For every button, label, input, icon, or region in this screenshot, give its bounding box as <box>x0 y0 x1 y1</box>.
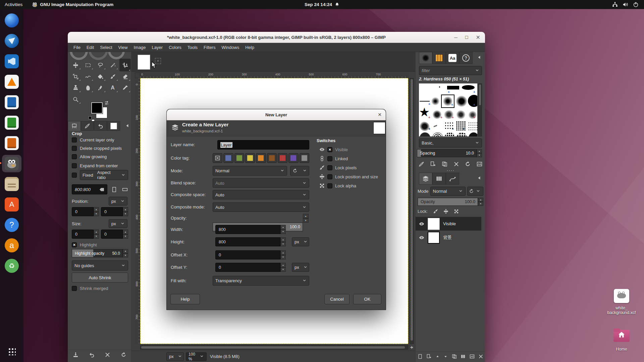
lower-layer-button[interactable] <box>443 354 448 359</box>
default-colors-icon[interactable] <box>89 116 94 121</box>
position-y-spin[interactable]: 0▲▼ <box>101 207 128 216</box>
lock-pixels-button[interactable] <box>433 209 438 214</box>
color-tag-0[interactable] <box>223 153 233 163</box>
offset-x-spin[interactable]: 0▲▼ <box>215 250 286 259</box>
spin-down-icon[interactable]: ▼ <box>94 212 99 217</box>
layer-row-visible[interactable]: Visible <box>416 217 481 231</box>
dock-ubuntu-software[interactable]: A <box>2 196 21 213</box>
checkbox[interactable] <box>327 174 332 179</box>
brush-group-dropdown[interactable]: Basic, <box>419 138 482 147</box>
spin-up-icon[interactable]: ▲ <box>94 207 99 212</box>
maximize-button[interactable]: ☐ <box>465 35 469 40</box>
spin-up-icon[interactable]: ▲ <box>478 198 483 202</box>
checkbox[interactable] <box>72 163 77 168</box>
delete-tool-preset-button[interactable] <box>105 352 110 358</box>
spin-up-icon[interactable]: ▲ <box>94 230 99 234</box>
duplicate-brush-button[interactable] <box>442 161 447 167</box>
option-highlight[interactable]: ✕Highlight <box>72 242 97 248</box>
color-tag-7[interactable] <box>300 153 309 163</box>
tool-smudge[interactable] <box>82 83 94 93</box>
width-spin[interactable]: 800▲▼ <box>215 225 286 234</box>
dock-vscode[interactable] <box>2 53 21 70</box>
foreground-color-swatch[interactable] <box>91 102 103 114</box>
color-tag-4[interactable] <box>267 153 277 163</box>
size-x-spin[interactable]: 0▲▼ <box>72 230 99 239</box>
position-x-spin[interactable]: 0▲▼ <box>72 207 99 216</box>
gimp-titlebar[interactable]: *white_background.xcf-1.0 (RGB color 8-b… <box>68 32 485 43</box>
spacing-slider[interactable]: Spacing 10.0 <box>417 149 477 157</box>
color-tag-2[interactable] <box>245 153 255 163</box>
dock-gimp-active[interactable] <box>2 155 21 172</box>
spin-up-icon[interactable]: ▲ <box>280 225 286 230</box>
position-unit-dropdown[interactable]: px <box>109 197 127 205</box>
spin-up-icon[interactable]: ▲ <box>123 207 128 212</box>
new-brush-button[interactable] <box>430 161 436 167</box>
height-spin[interactable]: 800▲▼ <box>215 237 286 246</box>
size-y-spin[interactable]: 0▲▼ <box>101 230 128 239</box>
offset-y-spin[interactable]: 0▲▼ <box>215 263 286 272</box>
spin-down-icon[interactable]: ▼ <box>123 234 128 239</box>
vertical-scrollbar[interactable] <box>410 78 414 344</box>
spin-up-icon[interactable]: ▲ <box>280 263 286 267</box>
navigation-preview-button[interactable] <box>410 345 414 350</box>
refresh-brushes-button[interactable] <box>465 161 471 167</box>
auto-shrink-button[interactable]: Auto Shrink <box>72 273 128 283</box>
spin-down-icon[interactable]: ▼ <box>280 242 286 247</box>
checkbox[interactable] <box>72 137 77 142</box>
system-status-area[interactable] <box>609 0 642 9</box>
option-delete-cropped-pixels[interactable]: Delete cropped pixels <box>72 145 122 151</box>
delete-layer-button[interactable] <box>478 354 483 359</box>
tool-move[interactable] <box>70 60 81 70</box>
offset-unit-dropdown[interactable]: px <box>292 263 309 272</box>
layer-row-background[interactable]: 背景 <box>416 231 481 244</box>
merge-layer-button[interactable] <box>461 354 466 359</box>
layer-name-input[interactable]: Layer <box>217 140 309 149</box>
mode-dropdown[interactable]: Normal <box>213 166 287 176</box>
size-unit-dropdown[interactable]: px <box>292 237 309 246</box>
tool-transform[interactable] <box>70 71 81 81</box>
fill-with-dropdown[interactable]: Transparency <box>213 276 309 286</box>
switch-lock-alpha[interactable]: Lock alpha <box>319 182 356 189</box>
edit-brush-button[interactable] <box>419 161 424 167</box>
open-brush-as-image-button[interactable] <box>477 161 482 167</box>
menu-edit[interactable]: Edit <box>84 43 97 52</box>
desktop-file-label[interactable]: white_ background.xcf <box>601 306 642 315</box>
new-layer-button[interactable] <box>418 354 423 359</box>
tab-patterns[interactable] <box>432 52 446 64</box>
raise-layer-button[interactable] <box>435 354 440 359</box>
dock-firefox[interactable] <box>2 12 21 29</box>
dock-amazon[interactable]: a <box>2 237 21 254</box>
aspect-ratio-input[interactable]: 800:800 <box>72 184 107 194</box>
tool-crop[interactable] <box>119 59 131 71</box>
mode-switch-button[interactable] <box>467 187 483 196</box>
checkbox[interactable] <box>72 173 77 178</box>
lock-alpha-button[interactable] <box>454 209 459 214</box>
tab-fonts[interactable]: Aa <box>446 52 459 64</box>
option-allow-growing[interactable]: Allow growing <box>72 154 107 160</box>
color-tag-3[interactable] <box>256 153 266 163</box>
spin-down-icon[interactable]: ▼ <box>123 212 128 217</box>
checkbox[interactable] <box>72 154 77 159</box>
dialog-close-button[interactable]: ✕ <box>378 112 382 117</box>
brush-grid-scrollbar[interactable] <box>478 83 482 136</box>
tool-eraser[interactable] <box>119 71 131 81</box>
tool-clone[interactable] <box>70 83 81 93</box>
image-tab-thumbnail[interactable] <box>138 55 150 70</box>
tab-channels[interactable] <box>432 173 446 185</box>
menu-image[interactable]: Image <box>130 43 149 52</box>
checkbox[interactable]: ✕ <box>327 147 332 152</box>
fixed-dropdown[interactable]: FixedAspect ratio <box>80 170 128 180</box>
horizontal-scrollbar[interactable] <box>140 345 408 350</box>
tool-text[interactable]: A <box>107 83 118 93</box>
desktop-home-folder[interactable] <box>613 328 630 342</box>
dock-libreoffice-impress[interactable] <box>2 134 21 152</box>
color-tag-6[interactable] <box>288 153 298 163</box>
dock-thunderbird[interactable] <box>2 32 21 50</box>
checkbox[interactable] <box>327 156 332 161</box>
checkbox[interactable] <box>72 286 77 291</box>
layer-opacity-slider[interactable]: Opacity 100.0 <box>418 198 478 206</box>
composite-space-dropdown[interactable]: Auto <box>213 190 309 199</box>
checkbox[interactable]: ✕ <box>72 242 77 247</box>
spin-up-icon[interactable]: ▲ <box>123 230 128 234</box>
tab-paths[interactable] <box>446 173 459 185</box>
